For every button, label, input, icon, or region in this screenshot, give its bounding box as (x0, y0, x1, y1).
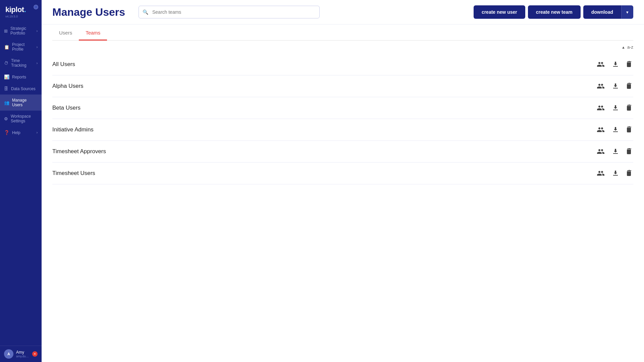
team-actions (596, 169, 633, 178)
sidebar-item-data-sources[interactable]: 🗄 Data Sources (0, 83, 42, 95)
team-delete-button[interactable] (625, 60, 633, 69)
page-title: Manage Users (52, 6, 125, 18)
sidebar-item-manage-users[interactable]: 👥 Manage Users (0, 95, 42, 111)
team-download-button[interactable] (611, 169, 620, 178)
team-actions (596, 125, 633, 134)
app-version: v4.19.5.0 (5, 15, 38, 18)
team-delete-button[interactable] (625, 125, 633, 134)
logout-button[interactable]: ✕ (32, 351, 38, 357)
team-actions (596, 147, 633, 156)
download-chevron-button[interactable]: ▾ (621, 5, 633, 19)
team-download-button[interactable] (611, 147, 620, 156)
team-members-button[interactable] (596, 169, 606, 178)
download-button[interactable]: download (583, 5, 621, 19)
avatar: A (4, 349, 13, 359)
sidebar-item-label: Data Sources (11, 86, 36, 91)
sidebar-item-label: Strategic Portfolio (10, 26, 34, 36)
chevron-right-icon: › (37, 29, 38, 33)
team-name: Beta Users (52, 105, 596, 111)
team-members-button[interactable] (596, 125, 606, 134)
team-row: All Users (52, 54, 633, 75)
help-icon: ❓ (4, 130, 9, 135)
team-name: All Users (52, 61, 596, 68)
team-row: Timesheet Users (52, 163, 633, 184)
sidebar-item-time-tracking[interactable]: ⏱ Time Tracking › (0, 55, 42, 71)
sidebar-item-label: Reports (12, 75, 26, 79)
logo: kiplot. v4.19.5.0 (0, 0, 42, 21)
team-row: Timesheet Approvers (52, 141, 633, 163)
team-actions (596, 60, 633, 69)
app-name: kiplot. (5, 5, 26, 14)
main-content: Manage Users 🔍 create new user create ne… (42, 0, 644, 362)
header-actions: create new user create new team download… (474, 5, 633, 19)
team-actions (596, 81, 633, 91)
team-members-button[interactable] (596, 82, 606, 90)
team-name: Alpha Users (52, 83, 596, 89)
chevron-right-icon: › (37, 131, 38, 134)
team-members-button[interactable] (596, 147, 606, 156)
create-new-user-button[interactable]: create new user (474, 5, 525, 19)
sidebar-item-workspace-settings[interactable]: ⚙ Workspace Settings (0, 111, 42, 127)
team-name: Timesheet Approvers (52, 148, 596, 155)
create-new-team-button[interactable]: create new team (528, 5, 581, 19)
sidebar-nav: ⊞ Strategic Portfolio › 📋 Project Profil… (0, 21, 42, 346)
team-download-button[interactable] (611, 125, 620, 134)
workspace-settings-icon: ⚙ (4, 116, 8, 121)
sidebar-item-label: Project Profile (12, 42, 34, 52)
sidebar-item-reports[interactable]: 📊 Reports (0, 71, 42, 83)
team-download-button[interactable] (611, 60, 620, 69)
team-name: Timesheet Users (52, 170, 596, 177)
header: Manage Users 🔍 create new user create ne… (42, 0, 644, 24)
team-row: Beta Users (52, 97, 633, 119)
team-delete-button[interactable] (625, 81, 633, 91)
version-badge (34, 5, 38, 9)
manage-users-icon: 👥 (4, 100, 9, 105)
team-delete-button[interactable] (625, 169, 633, 178)
search-box: 🔍 (139, 6, 320, 18)
tab-users[interactable]: Users (52, 24, 79, 41)
strategic-portfolio-icon: ⊞ (4, 28, 8, 34)
sidebar-item-label: Workspace Settings (11, 114, 38, 123)
sidebar-item-label: Time Tracking (11, 58, 34, 68)
team-members-button[interactable] (596, 104, 606, 112)
sidebar-footer: A Amy amy.duxbury@kiplot.c... ✕ (0, 346, 42, 362)
sidebar-item-help[interactable]: ❓ Help › (0, 127, 42, 138)
sidebar-item-project-profile[interactable]: 📋 Project Profile › (0, 39, 42, 55)
sort-bar: ▲ a-z (52, 41, 633, 54)
sidebar-item-strategic-portfolio[interactable]: ⊞ Strategic Portfolio › (0, 23, 42, 39)
team-actions (596, 103, 633, 113)
user-info: Amy amy.duxbury@kiplot.c... (16, 350, 30, 358)
time-tracking-icon: ⏱ (4, 61, 8, 66)
chevron-right-icon: › (37, 61, 38, 65)
team-delete-button[interactable] (625, 103, 633, 113)
sidebar-item-label: Manage Users (12, 98, 38, 107)
content-area: Users Teams ▲ a-z All Users (42, 24, 644, 362)
search-input[interactable] (139, 6, 320, 18)
sidebar: kiplot. v4.19.5.0 ⊞ Strategic Portfolio … (0, 0, 42, 362)
team-delete-button[interactable] (625, 147, 633, 156)
tab-teams[interactable]: Teams (79, 24, 107, 41)
user-email: amy.duxbury@kiplot.c... (16, 355, 30, 358)
chevron-right-icon: › (37, 45, 38, 49)
download-group: download ▾ (583, 5, 633, 19)
reports-icon: 📊 (4, 74, 9, 79)
sidebar-item-label: Help (12, 130, 20, 135)
sort-label: a-z (627, 45, 633, 50)
search-icon: 🔍 (143, 9, 148, 15)
team-download-button[interactable] (611, 81, 620, 91)
data-sources-icon: 🗄 (4, 86, 8, 91)
team-download-button[interactable] (611, 103, 620, 113)
team-row: Alpha Users (52, 75, 633, 97)
team-row: Initiative Admins (52, 119, 633, 141)
team-members-button[interactable] (596, 60, 606, 69)
team-name: Initiative Admins (52, 126, 596, 133)
username: Amy (16, 350, 30, 355)
team-list: All Users Alpha (52, 54, 633, 184)
sort-chevron-up-icon: ▲ (622, 45, 625, 49)
project-profile-icon: 📋 (4, 45, 9, 50)
tabs: Users Teams (52, 24, 633, 41)
